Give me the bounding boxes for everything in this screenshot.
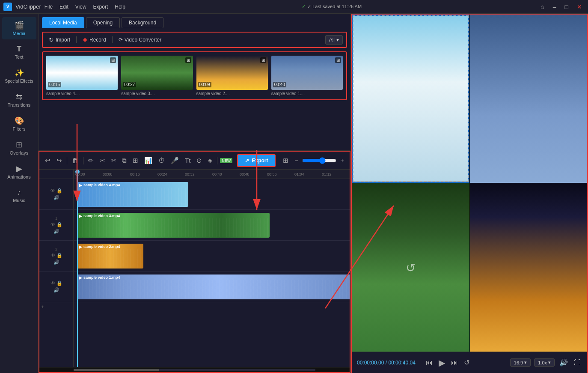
aspect-dropdown[interactable]: 16:9 ▾ xyxy=(510,358,531,367)
eye-icon-3[interactable]: 👁 xyxy=(50,253,55,258)
preview-cell-3[interactable] xyxy=(470,183,588,352)
record-button[interactable]: ⏺ Record xyxy=(80,36,109,44)
add-track-button[interactable]: + xyxy=(39,302,73,311)
text-button[interactable]: Tt xyxy=(183,155,193,165)
sidebar-item-music[interactable]: ♪ Music xyxy=(2,185,36,206)
fit-button[interactable]: ⊞ xyxy=(281,155,291,166)
ruler-mark-0: 00:00 xyxy=(75,172,103,176)
audio-icon-3[interactable]: 🔊 xyxy=(53,260,59,265)
lock-icon-2[interactable]: 🔒 xyxy=(56,222,62,227)
time-current: 00:00:00.00 xyxy=(357,360,384,366)
clip-video3[interactable]: ▶ sample video 3.mp4 xyxy=(77,213,270,238)
audio-icon-4[interactable]: 🔊 xyxy=(53,287,59,293)
undo-button[interactable]: ↩ xyxy=(43,155,53,166)
sticker-button[interactable]: ◈ xyxy=(206,156,214,165)
volume-button[interactable]: 🔊 xyxy=(558,357,569,368)
edit-button[interactable]: ✏ xyxy=(86,155,96,166)
preview-cell-2[interactable]: ↺ xyxy=(352,183,469,352)
import-button[interactable]: ↻ Import xyxy=(46,36,73,44)
mic-button[interactable]: 🎤 xyxy=(169,155,181,166)
skip-forward-button[interactable]: ⏭ xyxy=(450,358,459,368)
save-status: ✓ ✓ Last saved at 11:26 AM xyxy=(302,4,362,9)
special-effects-icon: ✨ xyxy=(4,68,35,78)
scrollbar-thumb[interactable] xyxy=(74,369,159,371)
zoom-in-button[interactable]: + xyxy=(338,155,346,165)
minimize-btn[interactable]: – xyxy=(550,3,559,11)
duration-0: 00:15 xyxy=(48,82,61,87)
preview-cell-1[interactable] xyxy=(470,15,588,183)
fullscreen-button[interactable]: ⛶ xyxy=(573,358,582,368)
video-converter-button[interactable]: ⟳ Video Converter xyxy=(116,36,164,44)
video-grid: 00:15 ⊞ sample video 4.... 00:27 ⊞ sampl… xyxy=(42,51,347,100)
sep-2 xyxy=(83,157,83,164)
thumb-label-2: sample video 2.... xyxy=(196,91,268,96)
speed-dropdown[interactable]: 1.0x ▾ xyxy=(534,358,555,367)
zoom-slider[interactable] xyxy=(302,157,336,164)
redo-button[interactable]: ↪ xyxy=(54,155,64,166)
video-thumb-1[interactable]: 00:27 ⊞ sample video 3.... xyxy=(121,56,193,96)
video-thumb-3[interactable]: 00:40 ⊞ sample video 1.... xyxy=(271,56,343,96)
timeline-content: 👁 🔒 🔊 1 👁 🔒 xyxy=(39,170,350,367)
filter-dropdown[interactable]: All ▾ xyxy=(325,35,343,45)
clip-video1[interactable]: ▶ sample video 1.mp4 xyxy=(77,275,350,299)
split-button[interactable]: ✂ xyxy=(98,155,107,166)
zoom-out-button[interactable]: − xyxy=(292,155,300,165)
track-3: ▶ sample video 2.mp4 xyxy=(74,241,350,272)
sidebar-item-animations[interactable]: ▶ Animations xyxy=(2,161,36,183)
cut-button[interactable]: ✄ xyxy=(109,156,118,165)
export-button[interactable]: ↗ Export xyxy=(237,154,276,167)
clip-video4[interactable]: ▶ sample video 4.mp4 xyxy=(77,182,188,207)
speed-label: 1.0x xyxy=(538,360,547,365)
add-icon: + xyxy=(41,304,44,309)
eye-icon-1[interactable]: 👁 xyxy=(50,188,55,194)
home-btn[interactable]: ⌂ xyxy=(538,3,546,11)
chart-button[interactable]: 📊 xyxy=(142,155,154,166)
clock-button[interactable]: ⏱ xyxy=(156,155,167,165)
sidebar-item-text[interactable]: T Text xyxy=(2,41,36,63)
menu-help[interactable]: Help xyxy=(115,4,125,10)
tab-local-media[interactable]: Local Media xyxy=(42,17,84,28)
menu-file[interactable]: File xyxy=(45,4,53,10)
delete-button[interactable]: 🗑 xyxy=(70,155,80,165)
audio-icon-2[interactable]: 🔊 xyxy=(53,229,59,234)
clip-video2[interactable]: ▶ sample video 2.mp4 xyxy=(77,244,143,269)
sidebar-item-special-effects[interactable]: ✨ Special Effects xyxy=(2,65,36,87)
sidebar-item-transitions[interactable]: ⇆ Transitions xyxy=(2,89,36,111)
video-thumb-2[interactable]: 00:09 ⊞ sample video 2.... xyxy=(196,56,268,96)
copy-button[interactable]: ⧉ xyxy=(120,155,129,166)
tab-opening[interactable]: Opening xyxy=(86,17,120,28)
cell-sunset-content xyxy=(470,183,588,352)
menu-view[interactable]: View xyxy=(75,4,86,10)
preview-cell-0[interactable] xyxy=(352,15,469,183)
eye-icon-2[interactable]: 👁 xyxy=(50,222,55,227)
audio-icon-1[interactable]: 🔊 xyxy=(53,195,59,200)
close-btn[interactable]: ✕ xyxy=(574,3,585,11)
tab-background[interactable]: Background xyxy=(122,17,163,28)
clip-label-2: ▶ sample video 2.mp4 xyxy=(79,245,120,249)
skip-back-button[interactable]: ⏮ xyxy=(425,358,434,368)
export-label: Export xyxy=(252,158,268,164)
motion-button[interactable]: ⊙ xyxy=(194,155,204,166)
playhead xyxy=(77,170,78,367)
lock-icon-4[interactable]: 🔒 xyxy=(56,280,62,286)
loop-button[interactable]: ↺ xyxy=(463,357,471,368)
aspect-label: 16:9 xyxy=(514,360,523,365)
menu-edit[interactable]: Edit xyxy=(59,4,68,10)
thumb-label-0: sample video 4.... xyxy=(46,91,118,96)
play-button[interactable]: ▶ xyxy=(437,356,446,369)
sidebar-item-media[interactable]: 🎬 Media xyxy=(2,17,36,39)
menu-export[interactable]: Export xyxy=(93,4,108,10)
video-thumb-0[interactable]: 00:15 ⊞ sample video 4.... xyxy=(46,56,118,96)
scrollbar-track[interactable] xyxy=(74,369,315,371)
separator-1 xyxy=(76,36,77,43)
maximize-btn[interactable]: □ xyxy=(562,3,571,11)
sidebar-item-filters[interactable]: 🎨 Filters xyxy=(2,113,36,135)
track-ctrl-3: 2 👁 🔒 🔊 xyxy=(39,241,73,272)
crop-button[interactable]: ⊞ xyxy=(131,155,140,166)
lock-icon-3[interactable]: 🔒 xyxy=(56,253,62,258)
lock-icon-1[interactable]: 🔒 xyxy=(56,188,62,194)
sidebar-item-overlays[interactable]: ⊞ Overlays xyxy=(2,137,36,159)
app-name: VidClipper xyxy=(15,3,41,10)
window-controls[interactable]: ⌂ – □ ✕ xyxy=(538,3,585,11)
eye-icon-4[interactable]: 👁 xyxy=(50,280,55,286)
